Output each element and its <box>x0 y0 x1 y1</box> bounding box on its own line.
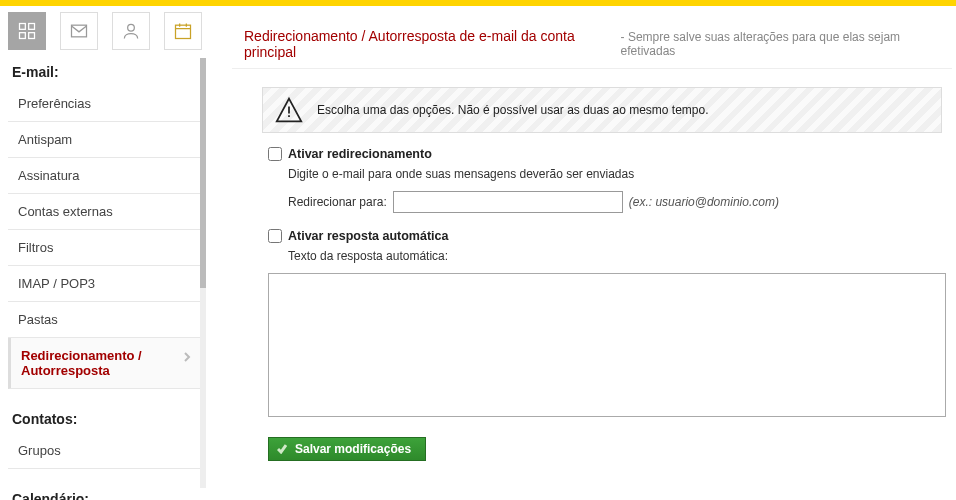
sidebar-item-label: Redirecionamento / Autorresposta <box>21 348 142 378</box>
person-icon <box>121 21 141 41</box>
autoreply-textarea-wrap <box>268 273 952 421</box>
mail-button[interactable] <box>60 12 98 50</box>
content-area: Redirecionamento / Autorresposta de e-ma… <box>232 18 952 500</box>
autoreply-label: Ativar resposta automática <box>288 229 448 243</box>
sidebar-item-redirecionamento[interactable]: Redirecionamento / Autorresposta <box>8 338 200 389</box>
save-button[interactable]: Salvar modificações <box>268 437 426 461</box>
chevron-right-icon <box>182 350 192 365</box>
save-row: Salvar modificações <box>268 437 952 461</box>
sidebar-section-contacts: Contatos: <box>8 405 200 433</box>
redirect-field-row: Redirecionar para: (ex.: usuario@dominio… <box>288 191 952 213</box>
redirect-input[interactable] <box>393 191 623 213</box>
autoreply-option: Ativar resposta automática <box>268 229 952 243</box>
sidebar-item-label: Preferências <box>18 96 91 111</box>
save-button-label: Salvar modificações <box>295 442 411 456</box>
sidebar-scrollbar[interactable] <box>200 58 206 488</box>
sidebar-item-antispam[interactable]: Antispam <box>8 122 200 158</box>
sidebar-section-email: E-mail: <box>8 58 200 86</box>
mail-icon <box>69 21 89 41</box>
page-title: Redirecionamento / Autorresposta de e-ma… <box>244 28 615 60</box>
sidebar-item-label: Antispam <box>18 132 72 147</box>
check-icon <box>277 443 287 457</box>
autoreply-textarea[interactable] <box>268 273 946 417</box>
page-title-bar: Redirecionamento / Autorresposta de e-ma… <box>232 18 952 69</box>
svg-rect-4 <box>72 25 87 37</box>
notice-text: Escolha uma das opções. Não é possível u… <box>317 103 709 117</box>
sidebar-item-assinatura[interactable]: Assinatura <box>8 158 200 194</box>
calendar-icon <box>173 21 193 41</box>
sidebar-item-label: Grupos <box>18 443 61 458</box>
sidebar-section-calendar: Calendário: <box>8 485 200 500</box>
sidebar-item-pastas[interactable]: Pastas <box>8 302 200 338</box>
sidebar-item-label: Pastas <box>18 312 58 327</box>
sidebar-item-label: IMAP / POP3 <box>18 276 95 291</box>
sidebar-item-filtros[interactable]: Filtros <box>8 230 200 266</box>
contacts-button[interactable] <box>112 12 150 50</box>
svg-rect-6 <box>176 25 191 38</box>
svg-rect-0 <box>20 24 26 30</box>
notice-banner: Escolha uma das opções. Não é possível u… <box>262 87 942 133</box>
sidebar-item-preferencias[interactable]: Preferências <box>8 86 200 122</box>
sidebar-item-imap-pop3[interactable]: IMAP / POP3 <box>8 266 200 302</box>
sidebar-item-grupos[interactable]: Grupos <box>8 433 200 469</box>
grid-button[interactable] <box>8 12 46 50</box>
sidebar-item-label: Filtros <box>18 240 53 255</box>
redirect-label: Ativar redirecionamento <box>288 147 432 161</box>
svg-rect-7 <box>288 107 290 114</box>
svg-rect-2 <box>20 33 26 39</box>
autoreply-checkbox[interactable] <box>268 229 282 243</box>
redirect-desc: Digite o e-mail para onde suas mensagens… <box>288 167 952 181</box>
sidebar-item-label: Contas externas <box>18 204 113 219</box>
redirect-field-label: Redirecionar para: <box>288 195 387 209</box>
svg-point-5 <box>128 24 135 31</box>
warning-icon <box>275 96 303 124</box>
sidebar-scrollbar-thumb[interactable] <box>200 58 206 288</box>
autoreply-desc: Texto da resposta automática: <box>288 249 952 263</box>
page-subtitle: - Sempre salve suas alterações para que … <box>621 30 944 58</box>
sidebar: E-mail: Preferências Antispam Assinatura… <box>8 58 200 500</box>
svg-rect-8 <box>288 115 290 117</box>
redirect-hint: (ex.: usuario@dominio.com) <box>629 195 779 209</box>
redirect-option: Ativar redirecionamento <box>268 147 952 161</box>
top-accent-bar <box>0 0 956 6</box>
svg-rect-3 <box>29 33 35 39</box>
grid-icon <box>17 21 37 41</box>
sidebar-item-contas-externas[interactable]: Contas externas <box>8 194 200 230</box>
redirect-checkbox[interactable] <box>268 147 282 161</box>
top-toolbar <box>8 12 202 50</box>
sidebar-item-label: Assinatura <box>18 168 79 183</box>
svg-rect-1 <box>29 24 35 30</box>
calendar-button[interactable] <box>164 12 202 50</box>
